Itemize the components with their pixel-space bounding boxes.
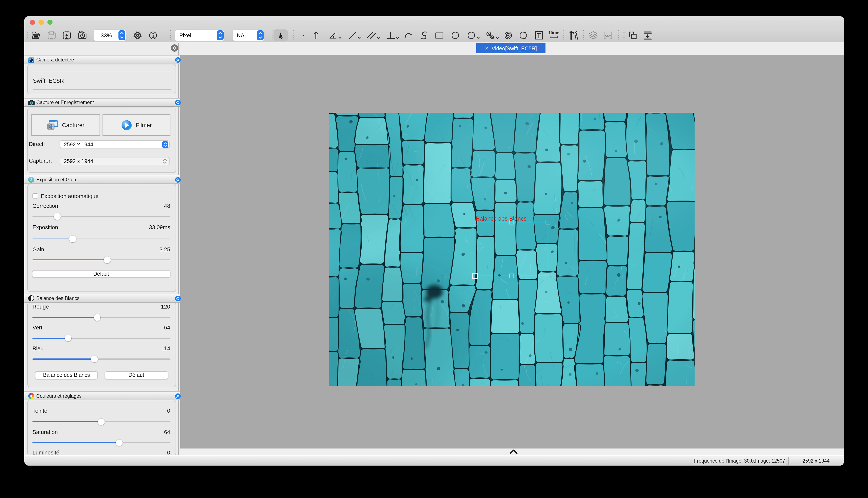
svg-text:10um: 10um <box>548 30 559 35</box>
svg-text:NA: NA <box>237 32 244 39</box>
svg-text:CSV: CSV <box>605 34 611 37</box>
svg-text:33%: 33% <box>101 32 112 39</box>
svg-text:Pixel: Pixel <box>179 32 191 39</box>
svg-text:Balance des Blancs: Balance des Blancs <box>476 215 526 222</box>
